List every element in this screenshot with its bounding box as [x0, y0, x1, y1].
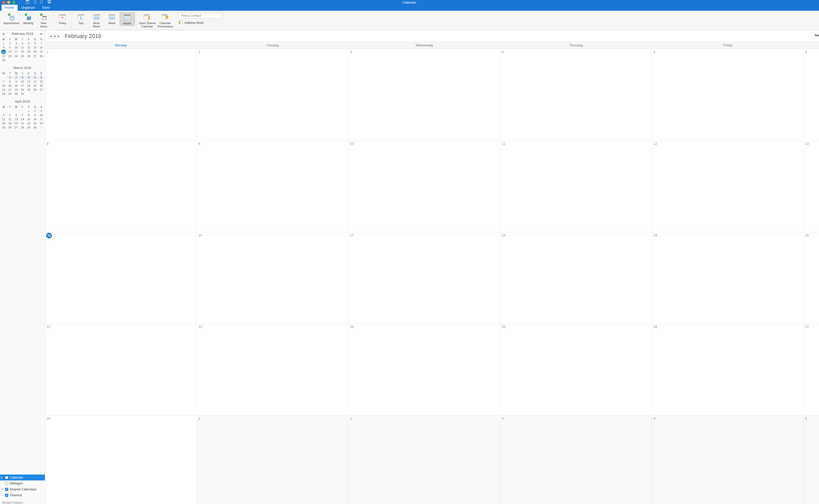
- week-view-button[interactable]: Week: [104, 12, 119, 25]
- mini-day-cell[interactable]: 28: [1, 92, 7, 96]
- mini-day-cell[interactable]: 2: [7, 41, 13, 45]
- mini-day-cell[interactable]: 26: [7, 125, 13, 129]
- mini-day-cell[interactable]: 24: [19, 88, 25, 92]
- mini-day-cell[interactable]: 1: [26, 109, 32, 113]
- mini-day-cell[interactable]: 16: [7, 49, 13, 54]
- mini-day-cell[interactable]: 18: [19, 49, 25, 54]
- mini-day-cell[interactable]: 4: [1, 113, 7, 117]
- mini-day-cell[interactable]: 18: [26, 84, 32, 88]
- day-cell[interactable]: 24: [348, 324, 500, 415]
- mini-day-cell[interactable]: 10: [19, 79, 25, 84]
- day-cell[interactable]: 8: [45, 141, 197, 232]
- mini-day-cell[interactable]: 28: [38, 54, 44, 58]
- mini-day-cell[interactable]: 23: [13, 88, 19, 92]
- day-view-button[interactable]: Day: [73, 12, 89, 25]
- mini-day-cell[interactable]: 12: [32, 79, 38, 84]
- today-button[interactable]: Today: [55, 12, 70, 25]
- mini-day-cell[interactable]: 29: [26, 125, 32, 129]
- day-cell[interactable]: 23: [197, 324, 348, 415]
- new-items-button[interactable]: + New Items: [36, 12, 51, 28]
- mini-day-cell[interactable]: 24: [38, 121, 44, 125]
- day-cell[interactable]: 4: [652, 416, 804, 504]
- mini-day-cell[interactable]: 17: [38, 117, 44, 121]
- day-cell[interactable]: 4: [500, 49, 652, 140]
- day-cell[interactable]: 2: [348, 416, 500, 504]
- mini-day-cell[interactable]: 31: [19, 92, 25, 96]
- mini-day-cell[interactable]: 30: [13, 92, 19, 96]
- day-cell[interactable]: 5: [804, 416, 819, 504]
- smart-folders-label[interactable]: Smart Folders: [0, 498, 45, 504]
- mini-day-cell[interactable]: 21: [19, 121, 25, 125]
- mini-day-cell[interactable]: 15: [7, 84, 13, 88]
- tab-tools[interactable]: Tools: [38, 5, 53, 11]
- mini-prev-button[interactable]: ◀: [2, 32, 5, 35]
- mini-day-cell[interactable]: 30: [32, 125, 38, 129]
- calendar-permissions-button[interactable]: Calendar Permissions: [156, 12, 174, 28]
- redo-icon[interactable]: [40, 0, 44, 5]
- mini-day-cell[interactable]: 9: [13, 79, 19, 84]
- mini-day-cell[interactable]: 15: [26, 117, 32, 121]
- mini-day-cell[interactable]: 3: [19, 75, 25, 79]
- mini-day-cell[interactable]: 28: [19, 125, 25, 129]
- day-cell[interactable]: 5: [652, 49, 804, 140]
- mini-day-cell[interactable]: 17: [13, 49, 19, 54]
- mini-day-cell[interactable]: 25: [1, 125, 7, 129]
- mini-day-cell[interactable]: 29: [7, 92, 13, 96]
- calendar-checkbox[interactable]: [5, 494, 8, 497]
- save-icon[interactable]: [26, 0, 29, 5]
- mini-day-cell[interactable]: 27: [13, 125, 19, 129]
- mini-day-cell[interactable]: 16: [32, 117, 38, 121]
- mini-day-cell[interactable]: 2: [32, 109, 38, 113]
- mini-day-cell[interactable]: 21: [1, 88, 7, 92]
- tab-home[interactable]: Home: [2, 5, 18, 11]
- meeting-button[interactable]: + Meeting: [21, 12, 36, 25]
- day-cell[interactable]: 3: [348, 49, 500, 140]
- open-shared-calendar-button[interactable]: Open Shared Calendar: [138, 12, 156, 28]
- mini-day-cell[interactable]: 5: [32, 75, 38, 79]
- day-cell[interactable]: 1: [45, 49, 197, 140]
- mini-day-cell[interactable]: 23: [32, 121, 38, 125]
- mini-day-cell[interactable]: 10: [13, 45, 19, 49]
- appointment-button[interactable]: + Appointment: [3, 12, 21, 25]
- day-cell[interactable]: 17: [348, 232, 500, 324]
- mini-day-cell[interactable]: 20: [32, 49, 38, 54]
- day-cell[interactable]: 19: [652, 232, 804, 324]
- mini-day-cell[interactable]: 8: [7, 79, 13, 84]
- calendar-checkbox[interactable]: [5, 476, 8, 479]
- month-view-button[interactable]: Month: [119, 12, 135, 26]
- calendar-checkbox[interactable]: [5, 488, 8, 491]
- find-contact-input[interactable]: [179, 13, 223, 18]
- mini-day-cell[interactable]: 18: [1, 121, 7, 125]
- mini-day-cell[interactable]: 21: [38, 49, 44, 54]
- mini-day-cell[interactable]: 12: [7, 117, 13, 121]
- day-cell[interactable]: 2: [197, 49, 348, 140]
- day-cell[interactable]: 15: [45, 232, 197, 324]
- mini-day-cell[interactable]: 11: [1, 117, 7, 121]
- day-cell[interactable]: 12: [652, 141, 804, 232]
- day-cell[interactable]: 6: [804, 49, 819, 140]
- mini-day-cell[interactable]: 27: [38, 88, 44, 92]
- print-icon[interactable]: [47, 0, 51, 5]
- mini-day-cell[interactable]: 5: [7, 113, 13, 117]
- mini-day-cell[interactable]: 27: [32, 54, 38, 58]
- address-book-button[interactable]: Address Book: [179, 21, 223, 25]
- day-cell[interactable]: 25: [500, 324, 652, 415]
- undo-icon[interactable]: [33, 0, 36, 5]
- minimize-icon[interactable]: [7, 1, 10, 4]
- mini-day-cell[interactable]: 9: [32, 113, 38, 117]
- mini-day-cell[interactable]: 1: [7, 75, 13, 79]
- mini-day-cell[interactable]: 25: [26, 88, 32, 92]
- day-cell[interactable]: 9: [197, 141, 348, 232]
- mini-day-cell[interactable]: 14: [38, 45, 44, 49]
- mini-day-cell[interactable]: 10: [38, 113, 44, 117]
- mini-day-cell[interactable]: 9: [7, 45, 13, 49]
- tab-organize[interactable]: Organize: [18, 5, 38, 11]
- day-cell[interactable]: 27: [804, 324, 819, 415]
- mini-day-cell[interactable]: 6: [13, 113, 19, 117]
- mini-day-cell[interactable]: 6: [38, 75, 44, 79]
- day-cell[interactable]: 10: [348, 141, 500, 232]
- mini-day-cell[interactable]: 6: [32, 41, 38, 45]
- calendar-checkbox[interactable]: [5, 482, 8, 485]
- mini-day-cell[interactable]: 29: [1, 58, 7, 62]
- next-month-button[interactable]: ▶: [57, 34, 61, 38]
